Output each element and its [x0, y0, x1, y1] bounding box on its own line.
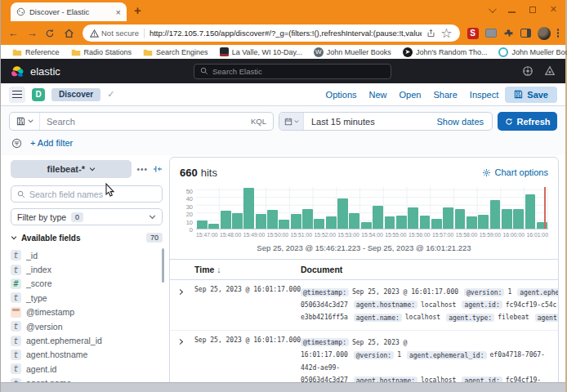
chart-plot-area[interactable]	[196, 187, 548, 229]
saved-query-icon	[16, 117, 25, 126]
extension-screenshot-icon[interactable]	[485, 29, 497, 38]
tab-close-icon[interactable]: ×	[116, 7, 121, 17]
saved-query-menu-button[interactable]	[10, 113, 40, 130]
extensions-puzzle-icon[interactable]	[503, 28, 514, 38]
share-icon[interactable]	[426, 29, 435, 38]
doc-field-name[interactable]: @version:	[464, 288, 504, 296]
chevron-down-icon	[294, 120, 299, 123]
field-search-input[interactable]: Search field names	[11, 185, 163, 203]
field-type-icon: #	[11, 278, 21, 289]
expand-row-icon[interactable]	[173, 336, 186, 348]
show-dates-link[interactable]: Show dates	[437, 117, 492, 127]
doc-field-name[interactable]: @timestamp:	[301, 338, 349, 346]
window-menu-icon[interactable]	[489, 2, 494, 16]
sort-descending-icon: ↓	[217, 265, 221, 274]
top-nav-inspect[interactable]: Inspect	[470, 90, 498, 100]
field-item-_index[interactable]: t_index	[11, 262, 163, 276]
browser-menu-icon[interactable]	[557, 28, 560, 39]
bookmark-star-icon[interactable]: ☆	[440, 25, 452, 41]
doc-field-name[interactable]: agent.name:	[354, 314, 402, 322]
extension-s-icon[interactable]: S	[467, 28, 479, 39]
doc-field-name[interactable]: @timestamp:	[301, 288, 349, 296]
fields-sidebar: filebeat-* ••• Search field names Filter…	[7, 157, 164, 392]
save-button[interactable]: Save	[505, 87, 557, 103]
window-bottom-frame	[1, 382, 565, 392]
field-item-@version[interactable]: t@version	[11, 319, 163, 333]
elastic-logo[interactable]: elastic	[11, 65, 60, 78]
bookmark-item[interactable]: Search Engines	[138, 48, 213, 56]
back-icon[interactable]: ←	[7, 27, 19, 39]
index-options-icon[interactable]: •••	[136, 165, 148, 174]
doc-field-name[interactable]: agent.type:	[446, 314, 494, 322]
site-favicon	[498, 47, 508, 57]
minimize-button[interactable]	[508, 2, 516, 16]
browser-window: Discover - Elastic × + ✕ ← → Not secure …	[0, 0, 567, 392]
bookmark-item[interactable]: John Mueller Books...	[493, 47, 567, 57]
security-indicator[interactable]: Not secure	[90, 29, 139, 38]
filter-by-type-select[interactable]: Filter by type 0	[11, 208, 163, 225]
field-item-_type[interactable]: t_type	[11, 291, 163, 305]
help-icon[interactable]	[522, 65, 534, 77]
available-fields-header[interactable]: Available fields 70	[11, 233, 163, 243]
reload-icon[interactable]	[45, 29, 56, 38]
breadcrumb[interactable]: Discover	[51, 88, 100, 101]
sidebar-scrollbar[interactable]	[162, 248, 164, 283]
top-nav-share[interactable]: Share	[433, 90, 457, 100]
top-nav-new[interactable]: New	[369, 90, 387, 100]
field-item-_id[interactable]: t_id	[11, 248, 163, 262]
global-search-input[interactable]: Search Elastic	[194, 64, 391, 79]
maximize-button[interactable]	[529, 2, 536, 16]
doc-field-name[interactable]: agent.ephemeral_id:	[407, 351, 487, 359]
field-item-agent.id[interactable]: tagent.id	[11, 362, 163, 376]
home-icon[interactable]	[64, 28, 75, 38]
hits-count: 660	[180, 167, 198, 179]
date-picker-button[interactable]	[279, 113, 304, 130]
doc-field-name[interactable]: agent.version:	[535, 314, 559, 322]
menu-hamburger-icon[interactable]	[9, 87, 25, 103]
refresh-button[interactable]: Refresh	[498, 112, 557, 131]
bookmark-item[interactable]: WJohn Mueller Books	[309, 47, 396, 57]
histogram-bar	[221, 211, 231, 229]
browser-tab[interactable]: Discover - Elastic ×	[11, 2, 127, 21]
chart-options-button[interactable]: Chart options	[482, 167, 548, 177]
doc-field-name[interactable]: @version:	[354, 351, 394, 359]
bookmark-item[interactable]: ➤John's Random Tho...	[398, 47, 493, 57]
close-window-button[interactable]: ✕	[550, 2, 557, 16]
top-nav-open[interactable]: Open	[400, 90, 422, 100]
forward-icon[interactable]: →	[26, 27, 38, 39]
doc-field-name[interactable]: agent.hostname:	[354, 301, 417, 309]
kql-search-input[interactable]: Search KQL	[40, 117, 273, 127]
field-item-@timestamp[interactable]: @timestamp	[11, 305, 163, 319]
top-nav-options[interactable]: Options	[326, 90, 357, 100]
kql-label[interactable]: KQL	[251, 117, 266, 126]
top-nav-menu: OptionsNewOpenShareInspect	[326, 90, 499, 100]
side-panel-icon[interactable]	[520, 29, 531, 38]
index-pattern-switcher[interactable]: filebeat-*	[11, 160, 132, 178]
time-range-value[interactable]: Last 15 minutes	[304, 117, 375, 127]
expand-row-icon[interactable]	[173, 286, 186, 297]
time-column-header[interactable]: Time ↓	[194, 265, 301, 274]
new-tab-button[interactable]: +	[134, 3, 141, 17]
folder-icon	[12, 48, 22, 56]
collapse-sidebar-icon[interactable]	[153, 165, 163, 173]
y-axis: 01020304050	[180, 187, 196, 229]
save-icon	[514, 90, 523, 99]
doc-field-value: localhost	[405, 314, 440, 321]
histogram-bar	[279, 220, 289, 229]
doc-field-name[interactable]: agent.ephemeral_id:	[517, 288, 559, 296]
doc-field-name[interactable]: agent.id:	[462, 301, 502, 309]
histogram-bar	[443, 207, 453, 229]
url-bar[interactable]: Not secure http://172.105.7.150/app/disc…	[83, 24, 460, 42]
field-item-agent.ephemeral_id[interactable]: tagent.ephemeral_id	[11, 333, 163, 347]
field-item-_score[interactable]: #_score	[11, 277, 163, 291]
space-avatar[interactable]: D	[32, 88, 45, 101]
field-item-agent.hostname[interactable]: tagent.hostname	[11, 348, 163, 362]
filter-menu-icon[interactable]	[11, 138, 22, 149]
add-filter-link[interactable]: + Add filter	[30, 138, 73, 148]
alerts-icon[interactable]	[544, 65, 556, 77]
bookmark-item[interactable]: Reference	[7, 48, 65, 56]
bookmark-item[interactable]: La Valle, WI 10-Day...	[215, 47, 307, 56]
histogram-bar	[326, 216, 337, 229]
bookmark-item[interactable]: Radio Stations	[66, 48, 137, 56]
profile-avatar[interactable]	[538, 27, 551, 40]
